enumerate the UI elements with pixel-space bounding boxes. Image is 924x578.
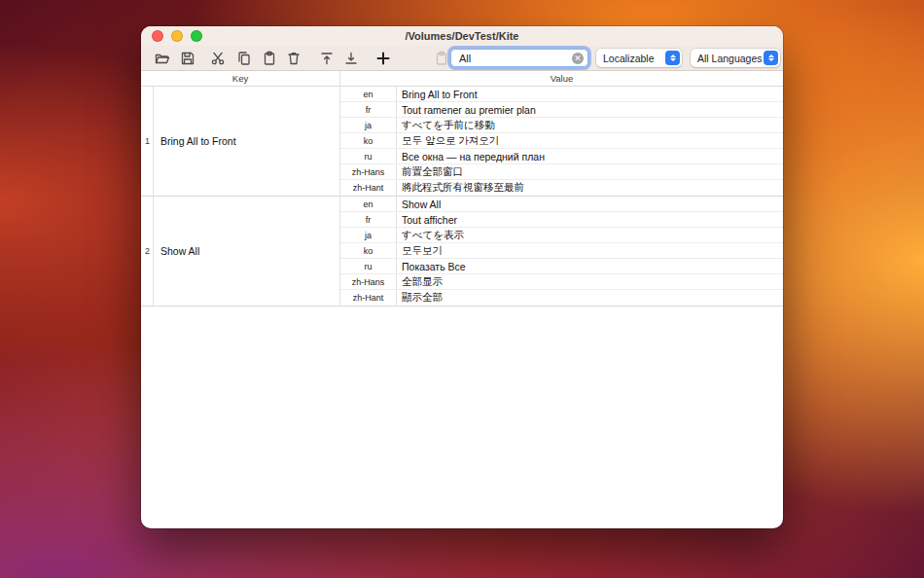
paste-icon bbox=[262, 51, 277, 66]
trash-icon bbox=[286, 51, 302, 66]
chevron-up-down-icon bbox=[665, 51, 680, 65]
close-button[interactable] bbox=[152, 30, 163, 42]
table-row[interactable]: frTout afficher bbox=[340, 212, 783, 228]
language-code: fr bbox=[340, 212, 397, 227]
copy-button[interactable] bbox=[235, 50, 253, 67]
table-dropdown[interactable]: Localizable bbox=[596, 49, 682, 67]
value-cell[interactable]: Bring All to Front bbox=[397, 87, 783, 101]
language-code: ko bbox=[340, 133, 397, 148]
fullscreen-button[interactable] bbox=[191, 30, 202, 42]
language-code: ja bbox=[340, 118, 397, 132]
chevron-up-down-icon bbox=[764, 51, 778, 65]
language-code: ru bbox=[340, 149, 397, 163]
language-code: zh-Hans bbox=[340, 164, 397, 179]
table-row[interactable]: ruПоказать Все bbox=[340, 259, 783, 274]
language-code: ko bbox=[340, 243, 397, 258]
value-cell[interactable]: 顯示全部 bbox=[397, 290, 783, 306]
delete-button[interactable] bbox=[285, 50, 302, 67]
search-field[interactable]: ✕ bbox=[450, 49, 588, 67]
add-button[interactable] bbox=[374, 50, 392, 67]
window-titlebar[interactable]: /Volumes/DevTest/Kite bbox=[141, 26, 783, 46]
language-code: ja bbox=[340, 228, 397, 242]
move-to-bottom-button[interactable] bbox=[342, 50, 360, 67]
table-row[interactable]: zh-Hans前置全部窗口 bbox=[340, 164, 783, 180]
value-cell[interactable]: 모두보기 bbox=[397, 243, 783, 258]
move-to-top-button[interactable] bbox=[318, 50, 336, 67]
key-cell[interactable]: Show All bbox=[154, 197, 340, 306]
table-row[interactable]: frTout ramener au premier plan bbox=[340, 102, 783, 118]
value-cell[interactable]: Tout afficher bbox=[397, 212, 783, 227]
table-row[interactable]: ko모두보기 bbox=[340, 243, 783, 259]
app-window: /Volumes/DevTest/Kite bbox=[141, 26, 783, 528]
table-header: Key Value bbox=[141, 71, 783, 87]
save-button[interactable] bbox=[179, 50, 196, 67]
language-code: en bbox=[340, 197, 397, 211]
window-title: /Volumes/DevTest/Kite bbox=[406, 30, 519, 42]
cut-button[interactable] bbox=[209, 50, 227, 67]
value-column-header[interactable]: Value bbox=[340, 71, 783, 86]
move-to-top-icon bbox=[319, 51, 335, 66]
language-code: zh-Hans bbox=[340, 274, 397, 289]
row-number: 2 bbox=[141, 197, 154, 306]
value-cell[interactable]: Показать Все bbox=[397, 259, 783, 273]
table-row[interactable]: zh-Hans全部显示 bbox=[340, 274, 783, 290]
copy-icon bbox=[236, 51, 252, 66]
key-column-header[interactable]: Key bbox=[141, 71, 340, 86]
table-group: 1Bring All to FrontenBring All to Frontf… bbox=[141, 87, 783, 197]
table-row[interactable]: zh-Hant顯示全部 bbox=[340, 290, 783, 306]
key-cell[interactable]: Bring All to Front bbox=[154, 87, 340, 196]
traffic-lights bbox=[152, 30, 202, 42]
value-cell[interactable]: Tout ramener au premier plan bbox=[397, 102, 783, 117]
language-code: ru bbox=[340, 259, 397, 273]
table-row[interactable]: ko모두 앞으로 가져오기 bbox=[340, 133, 783, 149]
table-dropdown-label: Localizable bbox=[603, 53, 655, 64]
paste-button[interactable] bbox=[261, 50, 278, 67]
move-to-bottom-icon bbox=[343, 51, 359, 66]
value-cell[interactable]: Все окна — на передний план bbox=[397, 149, 783, 163]
save-icon bbox=[180, 51, 195, 66]
language-code: zh-Hant bbox=[340, 290, 397, 306]
translation-rows: enShow AllfrTout afficherjaすべてを表示ko모두보기r… bbox=[340, 197, 783, 306]
table-row[interactable]: enBring All to Front bbox=[340, 87, 783, 102]
search-input[interactable] bbox=[457, 52, 572, 65]
table-row[interactable]: zh-Hant將此程式所有視窗移至最前 bbox=[340, 180, 783, 196]
filter-icon bbox=[434, 51, 449, 66]
value-cell[interactable]: 모두 앞으로 가져오기 bbox=[397, 133, 783, 148]
cut-icon bbox=[210, 51, 226, 66]
table-group: 2Show AllenShow AllfrTout afficherjaすべてを… bbox=[141, 197, 783, 307]
row-number: 1 bbox=[141, 87, 154, 196]
value-cell[interactable]: 將此程式所有視窗移至最前 bbox=[397, 180, 783, 196]
table-row[interactable]: jaすべてを手前に移動 bbox=[340, 118, 783, 133]
language-code: fr bbox=[340, 102, 397, 117]
open-folder-icon bbox=[155, 51, 170, 66]
value-cell[interactable]: 前置全部窗口 bbox=[397, 164, 783, 179]
minimize-button[interactable] bbox=[171, 30, 183, 42]
open-button[interactable] bbox=[154, 50, 171, 67]
clear-search-icon[interactable]: ✕ bbox=[572, 53, 584, 64]
table-row[interactable]: enShow All bbox=[340, 197, 783, 212]
language-code: zh-Hant bbox=[340, 180, 397, 196]
plus-icon bbox=[375, 51, 391, 66]
language-dropdown[interactable]: All Languages bbox=[691, 49, 780, 67]
toolbar: ✕ Localizable All Languages bbox=[141, 46, 783, 71]
value-cell[interactable]: 全部显示 bbox=[397, 274, 783, 289]
translation-rows: enBring All to FrontfrTout ramener au pr… bbox=[340, 87, 783, 196]
language-dropdown-label: All Languages bbox=[697, 53, 763, 64]
table-row[interactable]: ruВсе окна — на передний план bbox=[340, 149, 783, 164]
value-cell[interactable]: Show All bbox=[397, 197, 783, 211]
filter-button bbox=[433, 50, 450, 67]
language-code: en bbox=[340, 87, 397, 101]
value-cell[interactable]: すべてを手前に移動 bbox=[397, 118, 783, 132]
value-cell[interactable]: すべてを表示 bbox=[397, 228, 783, 242]
strings-table: 1Bring All to FrontenBring All to Frontf… bbox=[141, 87, 783, 307]
table-row[interactable]: jaすべてを表示 bbox=[340, 228, 783, 243]
desktop-wallpaper: /Volumes/DevTest/Kite bbox=[0, 0, 924, 578]
